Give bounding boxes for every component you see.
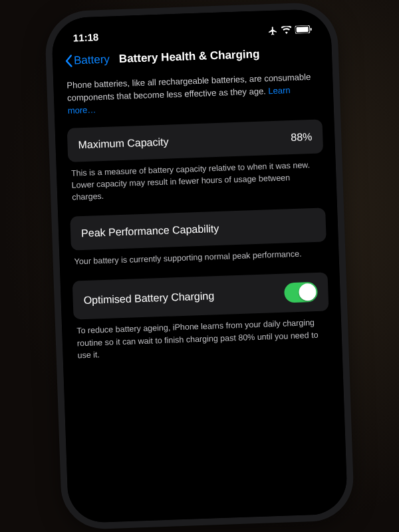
optimised-charging-label: Optimised Battery Charging [83, 288, 214, 308]
peak-performance-label: Peak Performance Capability [81, 221, 219, 241]
iphone-frame: 11:18 Battery B [51, 9, 348, 523]
back-label: Battery [74, 53, 110, 67]
settings-screen: 11:18 Battery B [51, 9, 348, 523]
toggle-knob [299, 283, 317, 301]
svg-rect-1 [297, 27, 309, 33]
wifi-icon [281, 26, 291, 35]
chevron-left-icon [65, 54, 73, 67]
intro-text: Phone batteries, like all rechargeable b… [65, 70, 322, 117]
nav-bar: Battery Battery Health & Charging [65, 45, 320, 67]
notch [131, 11, 251, 35]
maximum-capacity-value: 88% [291, 129, 313, 145]
svg-rect-2 [311, 28, 312, 31]
content-area: Phone batteries, like all rechargeable b… [65, 70, 331, 374]
back-button[interactable]: Battery [65, 53, 110, 68]
airplane-icon [267, 25, 278, 36]
battery-icon [295, 25, 312, 34]
maximum-capacity-footer: This is a measure of battery capacity re… [68, 153, 325, 217]
optimised-charging-toggle[interactable] [284, 282, 318, 303]
maximum-capacity-label: Maximum Capacity [78, 134, 169, 152]
page-title: Battery Health & Charging [119, 47, 260, 65]
status-time: 11:18 [64, 31, 99, 44]
optimised-charging-footer: To reduce battery ageing, iPhone learns … [74, 311, 331, 375]
status-icons [267, 24, 319, 36]
